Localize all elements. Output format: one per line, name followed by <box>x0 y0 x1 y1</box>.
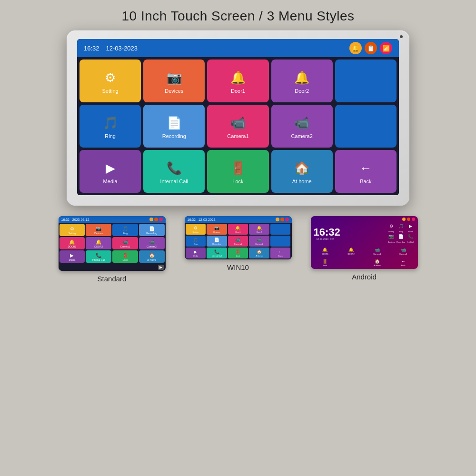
thumb-standard-frame: 16:32 2023-03-12 ⚙Setting 📷Devices 🎵Ring… <box>59 216 166 271</box>
setting-label: Setting <box>102 88 118 94</box>
menu-internal-call[interactable]: 📞 Internal Call <box>143 150 205 193</box>
record-button[interactable]: 📋 <box>365 42 377 54</box>
time-display: 16:32 <box>84 45 99 52</box>
menu-door1[interactable]: 🔔 Door1 <box>207 60 268 102</box>
thumb-win-grid: ⚙Setting 📷Devices 🔔Door1 🔔Door2 🎵Ring 📄R… <box>185 223 292 259</box>
thumb-std-home: 🏠At Home <box>139 250 165 263</box>
thumb-and-grid: 🔔DOOR1 🔔DOOR2 📹Camera1 📹Camera2 🚪Lock 🏠A… <box>311 245 418 269</box>
ring-label: Ring <box>105 133 116 139</box>
volume-button[interactable]: 🔔 <box>349 42 362 54</box>
thumb-win-status: 16:32 12-03-2023 <box>185 216 292 223</box>
tw-devices: 📷Devices <box>207 224 227 235</box>
recording-label: Recording <box>162 133 186 139</box>
menu-lock[interactable]: 🚪 Lock <box>207 150 268 193</box>
menu-door2[interactable]: 🔔 Door2 <box>271 60 333 102</box>
ta-back: ←Back <box>391 258 416 268</box>
status-bar: 16:32 12-03-2023 🔔 📋 📶 <box>77 39 399 57</box>
door1-icon: 🔔 <box>230 70 246 85</box>
camera1-label: Camera1 <box>227 133 248 139</box>
menu-devices[interactable]: 📷 Devices <box>143 60 205 102</box>
tw-recording: 📄Recording <box>207 236 227 247</box>
tw-door2: 🔔Door2 <box>249 224 269 235</box>
lock-icon: 🚪 <box>230 161 246 176</box>
thumb-android-label: Android <box>352 273 377 281</box>
door2-icon: 🔔 <box>294 70 309 85</box>
menu-grid: ⚙ Setting 📷 Devices 🔔 Door1 🔔 Door2 🎵 Ri… <box>77 57 399 195</box>
thumb-and-time: 16:32 <box>314 227 340 238</box>
thumb-std-icons <box>149 218 163 221</box>
thumb-std-recording: 📄Recording <box>139 224 165 236</box>
media-icon: ▶ <box>106 161 115 176</box>
thumb-win10-item: 16:32 12-03-2023 ⚙Setting 📷Devices 🔔Door… <box>185 216 292 271</box>
date-display: 12-03-2023 <box>106 45 138 52</box>
ta-cam2: 📹Camera2 <box>391 246 416 257</box>
wifi-button[interactable]: 📶 <box>380 42 392 54</box>
main-screen: 16:32 12-03-2023 🔔 📋 📶 ⚙ Setting 📷 Devic… <box>77 39 399 195</box>
door1-label: Door1 <box>231 88 245 94</box>
setting-icon: ⚙ <box>105 70 116 85</box>
tw-setting: ⚙Setting <box>186 224 206 235</box>
thumb-std-status: 16:32 2023-03-12 <box>59 216 166 223</box>
tw-media: ▶Media <box>186 248 206 258</box>
ta-cam1: 📹Camera1 <box>365 246 390 257</box>
thumb-std-call: 📞Internal Call <box>86 250 111 263</box>
thumb-std-door2: 🔔DOOR2 <box>86 237 111 249</box>
ta-door2: 🔔DOOR2 <box>338 246 364 257</box>
ta-lock: 🚪Lock <box>313 258 338 268</box>
thumb-std-media: ▶Media <box>60 250 85 263</box>
tw-home: 🏠At home <box>249 248 269 258</box>
status-icons: 🔔 📋 📶 <box>349 42 392 54</box>
tw-cam1: 📹Camera1 <box>228 236 248 247</box>
thumb-std-ring: 🎵Ring <box>112 224 138 236</box>
internal-call-icon: 📞 <box>167 161 182 176</box>
tw-cam2: 📹Camera2 <box>249 236 269 247</box>
recording-icon: 📄 <box>167 116 182 130</box>
camera2-label: Camera2 <box>291 133 313 139</box>
tw-back: ←Back <box>270 248 291 258</box>
menu-media[interactable]: ▶ Media <box>79 150 141 193</box>
menu-back[interactable]: ← Back <box>335 150 397 193</box>
internal-call-label: Internal Call <box>160 178 188 184</box>
menu-camera2[interactable]: 📹 Camera2 <box>271 105 333 148</box>
thumb-and-status <box>311 216 418 222</box>
menu-recording[interactable]: 📄 Recording <box>143 105 205 148</box>
at-home-icon: 🏠 <box>294 161 309 176</box>
tw-ring: 🎵Ring <box>186 236 206 247</box>
devices-label: Devices <box>165 88 183 94</box>
lock-label: Lock <box>232 178 243 184</box>
camera2-icon: 📹 <box>294 116 309 130</box>
menu-camera1[interactable]: 📹 Camera1 <box>207 105 268 148</box>
tw-call: 📞Internal Call <box>207 248 227 258</box>
devices-icon: 📷 <box>167 70 182 85</box>
page-title: 10 Inch Touch Screen / 3 Menu Styles <box>0 0 476 30</box>
tw-empty2 <box>270 236 291 247</box>
main-device-frame: 16:32 12-03-2023 🔔 📋 📶 ⚙ Setting 📷 Devic… <box>67 30 409 206</box>
thumb-std-cam1: 📹Camera1 <box>112 237 138 249</box>
thumb-std-devices: 📷Devices <box>86 224 111 236</box>
menu-empty1 <box>335 60 397 102</box>
thumb-standard-item: 16:32 2023-03-12 ⚙Setting 📷Devices 🎵Ring… <box>59 216 166 283</box>
thumb-android-item: 16:32 12-03-2023 FRI ⚙Setting 🎵Ring ▶Med… <box>311 216 418 281</box>
thumb-win-icons <box>276 218 289 221</box>
ta-empty <box>338 258 364 268</box>
tw-empty <box>270 224 291 235</box>
menu-ring[interactable]: 🎵 Ring <box>79 105 141 148</box>
thumb-win-time: 16:32 12-03-2023 <box>188 218 216 221</box>
tw-lock: 🚪Lock <box>228 248 248 258</box>
tw-door1: 🔔Door1 <box>228 224 248 235</box>
thumb-std-lock: 🚪Lock <box>112 250 138 263</box>
thumb-win10-frame: 16:32 12-03-2023 ⚙Setting 📷Devices 🔔Door… <box>185 216 292 259</box>
back-label: Back <box>360 178 371 184</box>
thumb-and-top: 16:32 12-03-2023 FRI ⚙Setting 🎵Ring ▶Med… <box>311 222 418 245</box>
thumb-std-door1: 🔔DOOR1 <box>60 237 85 249</box>
ta-home: 🏠At home <box>365 258 390 268</box>
menu-at-home[interactable]: 🏠 At home <box>271 150 333 193</box>
thumb-std-time: 16:32 2023-03-12 <box>61 218 89 221</box>
camera-dot <box>400 35 403 38</box>
thumb-android-frame: 16:32 12-03-2023 FRI ⚙Setting 🎵Ring ▶Med… <box>311 216 418 269</box>
menu-setting[interactable]: ⚙ Setting <box>79 60 141 102</box>
thumb-std-setting: ⚙Setting <box>60 224 85 236</box>
status-left: 16:32 12-03-2023 <box>84 45 138 52</box>
thumb-win10-label: WIN10 <box>227 263 249 271</box>
at-home-label: At home <box>292 178 312 184</box>
